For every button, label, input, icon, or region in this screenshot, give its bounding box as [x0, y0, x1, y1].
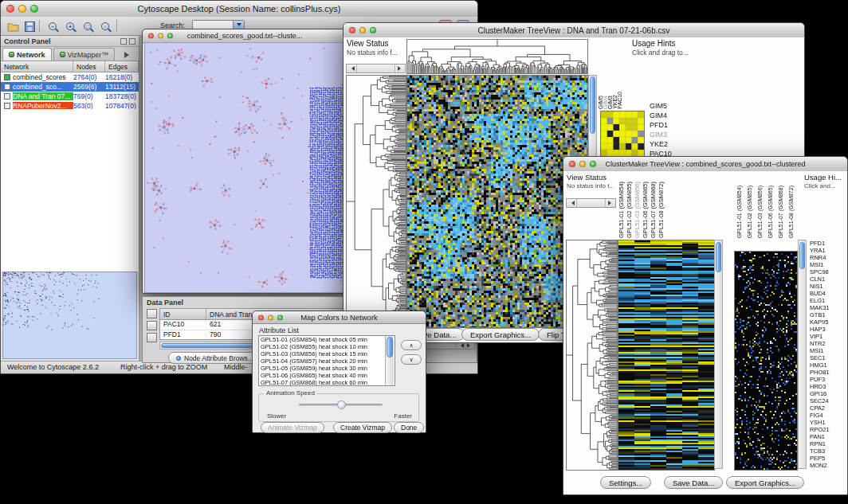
gene-label[interactable]: ELG1	[810, 297, 848, 304]
attribute-list-item[interactable]: GPL51-04 (GSM857) heat shock 20 min	[261, 357, 395, 365]
minimize-button[interactable]	[268, 315, 273, 320]
row-dendrogram-canvas[interactable]	[346, 75, 406, 328]
network-overview-panel[interactable]	[2, 272, 137, 359]
column-label[interactable]: GPL51-03 (GSM856)	[634, 182, 642, 238]
treeview2-titlebar[interactable]: ClusterMaker TreeView : combined_scores_…	[563, 157, 847, 172]
gene-label[interactable]: GIM5	[650, 101, 691, 111]
gene-label[interactable]: NIS1	[810, 283, 848, 290]
column-label[interactable]: GPL51-01 (GSM854)	[734, 186, 744, 238]
scroll-right-icon[interactable]	[465, 343, 473, 348]
column-label[interactable]: GPL51-08 (GSM872)	[786, 186, 796, 238]
attribute-list-item[interactable]: GPL51-01 (GSM854) heat shock 05 min	[261, 336, 395, 343]
dialog-titlebar[interactable]: Map Colors to Network	[253, 311, 426, 324]
treeview-button[interactable]: Save Data...	[664, 476, 723, 489]
minimize-button[interactable]	[158, 33, 163, 39]
node-attribute-browser-tab[interactable]: Node Attribute Brows...	[168, 352, 261, 364]
gene-label[interactable]: YRA1	[810, 247, 848, 254]
column-label[interactable]: GPL51-02 (GSM855)	[744, 186, 755, 238]
gene-label[interactable]: MON2	[810, 462, 848, 469]
network-list-row[interactable]: combined_scores 2764(0) 16218(0)	[1, 72, 139, 82]
close-button[interactable]	[6, 5, 14, 13]
move-up-button[interactable]: ∧	[401, 340, 422, 350]
gene-label[interactable]: MSI1	[810, 261, 848, 268]
treeview1-titlebar[interactable]: ClusterMaker TreeView : DNA and Tran 07-…	[344, 23, 804, 38]
gene-label[interactable]: PUF3	[810, 376, 848, 383]
tab-overflow-icon[interactable]	[124, 52, 132, 58]
zoom-button[interactable]	[167, 33, 173, 39]
zoom-button[interactable]	[590, 161, 596, 167]
gene-label[interactable]: PEP5	[810, 455, 848, 462]
scroll-right-icon[interactable]	[605, 199, 615, 207]
gene-label[interactable]: KAP95	[810, 318, 848, 326]
gene-label[interactable]: MSI1	[810, 347, 848, 354]
column-header-id[interactable]: ID	[160, 309, 206, 319]
treeview-button[interactable]: Export Graphics...	[726, 476, 804, 489]
map-colors-dialog[interactable]: Map Colors to Network Attribute List GPL…	[252, 311, 426, 433]
gene-label[interactable]: YSH1	[810, 419, 848, 426]
column-label[interactable]: GPL51-07 (GSM868)	[775, 186, 786, 238]
gene-label[interactable]: HAP3	[810, 326, 848, 333]
scroll-left-icon[interactable]	[347, 64, 357, 72]
zoom-fit-icon[interactable]: □	[80, 19, 95, 33]
correlation-matrix-canvas[interactable]	[600, 111, 645, 157]
slider-thumb[interactable]	[337, 400, 346, 409]
control-panel-tab[interactable]: VizMapper™	[53, 48, 116, 61]
close-button[interactable]	[148, 33, 154, 39]
save-session-icon[interactable]	[22, 19, 37, 33]
network-overview-canvas[interactable]	[3, 272, 135, 357]
column-label[interactable]: GPL51-07 (GSM868)	[650, 182, 658, 238]
gene-label[interactable]: GIM3	[650, 130, 691, 139]
right-heatmap-canvas[interactable]	[734, 251, 798, 471]
gene-label[interactable]: YKE2	[650, 139, 691, 149]
close-button[interactable]	[349, 27, 355, 33]
scroll-left-icon[interactable]	[567, 199, 577, 207]
delete-attribute-icon[interactable]	[147, 333, 157, 342]
done-button[interactable]: Done	[394, 422, 424, 433]
main-titlebar[interactable]: Cytoscape Desktop (Session Name: collins…	[1, 1, 477, 18]
gene-label[interactable]: SPC98	[810, 268, 848, 275]
attribute-list-item[interactable]: GPL51-03 (GSM856) heat shock 15 min	[261, 350, 395, 357]
gene-label[interactable]: GPI16	[810, 390, 848, 397]
zoom-in-icon[interactable]: +	[63, 19, 77, 33]
vscroll-thumb[interactable]	[590, 76, 595, 134]
gene-label[interactable]: MAK31	[810, 304, 848, 311]
column-label[interactable]: GPL51-06 (GSM865)	[642, 182, 650, 238]
attribute-list-item[interactable]: GPL51-05 (GSM859) heat shock 30 min	[261, 365, 395, 372]
heatmap-canvas[interactable]	[406, 75, 588, 328]
control-panel-tab[interactable]: Network	[2, 48, 52, 61]
gene-label[interactable]: RNR4	[810, 254, 848, 261]
treeview-window-combined[interactable]: ClusterMaker TreeView : combined_scores_…	[563, 156, 848, 495]
treeview-button[interactable]: Export Graphics...	[461, 328, 540, 341]
float-panel-icon[interactable]	[120, 38, 127, 45]
network-view-titlebar[interactable]: combined_scores_good.txt--cluste...	[143, 29, 347, 43]
column-dendrogram-canvas[interactable]	[406, 39, 588, 74]
row-dendrogram-canvas[interactable]	[566, 240, 618, 471]
scroll-left-icon[interactable]	[456, 343, 465, 348]
zoom-button[interactable]	[30, 5, 38, 13]
gene-label[interactable]: NTR2	[810, 340, 848, 347]
vscroll-thumb[interactable]	[387, 337, 393, 357]
scroll-right-icon[interactable]	[395, 64, 405, 72]
gene-label[interactable]: SEC1	[810, 354, 848, 361]
gene-label[interactable]: HMG1	[810, 361, 848, 369]
column-label[interactable]: GPL51-01 (GSM854)	[618, 182, 626, 238]
zoom-selected-icon[interactable]: ▫	[98, 19, 112, 33]
create-attribute-icon[interactable]	[147, 321, 157, 330]
network-list-row[interactable]: DNA and Tran 07... 769(0) 183728(0)	[1, 92, 139, 101]
heatmap-canvas[interactable]	[618, 240, 715, 471]
attribute-list-item[interactable]: GPL51-06 (GSM865) heat shock 40 min	[261, 372, 395, 379]
column-header-edges[interactable]: Edges	[105, 61, 139, 72]
treeview-button[interactable]: Settings...	[600, 476, 651, 489]
gene-label[interactable]: HRD3	[810, 383, 848, 390]
attribute-list[interactable]: GPL51-01 (GSM854) heat shock 05 minGPL51…	[258, 335, 395, 386]
vscroll-thumb[interactable]	[716, 242, 721, 272]
network-list-row[interactable]: combined_sco... 2569(6) 13112(15)	[1, 82, 139, 92]
speed-slider[interactable]	[299, 404, 383, 406]
gene-label[interactable]: RPO21	[810, 426, 848, 433]
gene-label[interactable]: SEC24	[810, 397, 848, 404]
column-label[interactable]: GPL51-08 (GSM872)	[658, 182, 665, 238]
network-view-canvas[interactable]	[144, 42, 347, 293]
zoom-button[interactable]	[370, 27, 376, 33]
zoom-out-icon[interactable]: −	[45, 19, 60, 33]
gene-label[interactable]: RPN1	[810, 440, 848, 447]
